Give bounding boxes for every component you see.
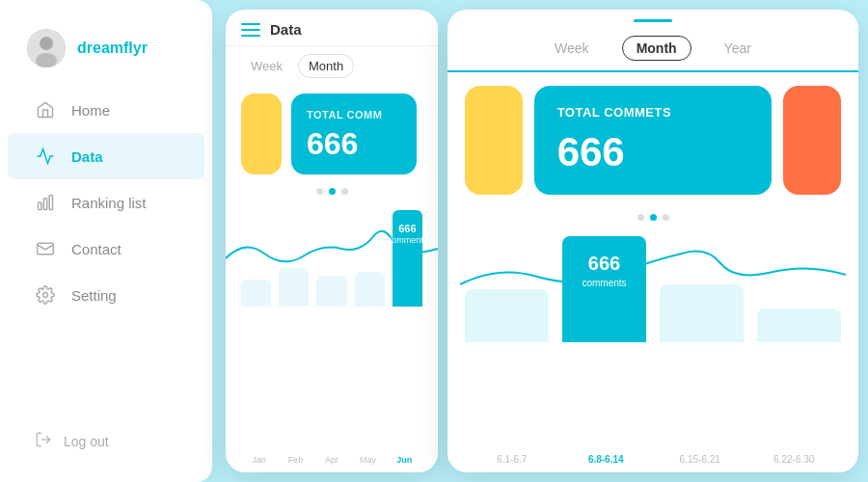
- right-bar-3-bar: [660, 284, 744, 342]
- home-icon: [35, 99, 56, 120]
- sidebar-item-ranking[interactable]: Ranking list: [8, 179, 204, 226]
- right-dot-1: [637, 214, 644, 221]
- card-yellow: [241, 94, 282, 174]
- right-dot-3: [663, 214, 669, 221]
- bar-may-bar: [355, 272, 385, 307]
- sidebar-logout[interactable]: Log out: [0, 419, 212, 463]
- right-cards: TOTAL COMMETS 666: [448, 72, 858, 208]
- logout-icon: [35, 431, 52, 451]
- right-bar-2-bar: 666 comments: [562, 236, 646, 342]
- left-phone-title: Data: [270, 21, 302, 38]
- sidebar-nav: Home Data Ranking list: [0, 87, 212, 419]
- ranking-icon: [35, 192, 56, 213]
- right-bar-tooltip: 666 comments: [566, 250, 641, 290]
- setting-icon: [35, 284, 56, 306]
- left-tabs-row: Week Month: [226, 46, 438, 86]
- svg-rect-4: [43, 199, 46, 210]
- right-chart-area: 666 comments: [448, 227, 858, 448]
- right-bar-3: [660, 284, 744, 342]
- sidebar-item-contact-label: Contact: [71, 241, 122, 257]
- right-x-4: 6.22-6.30: [747, 454, 842, 465]
- bar-feb-bar: [279, 268, 309, 307]
- x-feb: Feb: [278, 455, 314, 465]
- bar-jun: 666 comments: [393, 210, 422, 307]
- sidebar-item-data-label: Data: [71, 148, 103, 165]
- right-bar-4-bar: [757, 308, 841, 342]
- bar-feb: [279, 268, 309, 307]
- right-bar-1: [465, 289, 549, 342]
- bar-may: [355, 272, 385, 307]
- right-bar-1-bar: [465, 289, 549, 342]
- dot-1: [316, 188, 323, 195]
- card-teal: TOTAL COMM 666: [291, 94, 417, 174]
- right-tooltip-sub: comments: [566, 277, 641, 290]
- sidebar: dreamflyr Home Data: [0, 0, 212, 482]
- right-x-3: 6.15-6.21: [653, 454, 747, 465]
- left-cards: TOTAL COMM 666: [226, 86, 438, 182]
- right-card-title: TOTAL COMMETS: [557, 105, 749, 120]
- left-dots: [226, 182, 438, 201]
- sidebar-item-setting[interactable]: Setting: [8, 272, 204, 318]
- right-x-1: 6.1-6.7: [465, 454, 559, 465]
- right-card-coral: [783, 86, 841, 195]
- card-label: TOTAL COMM: [307, 109, 401, 120]
- right-tab-week[interactable]: Week: [541, 37, 603, 60]
- right-phone: Week Month Year TOTAL COMMETS 666: [448, 10, 858, 472]
- chart-bars: 666 comments: [241, 201, 422, 307]
- right-dot-2: [650, 214, 657, 221]
- x-may: May: [350, 455, 387, 465]
- svg-point-7: [43, 293, 48, 298]
- right-chart-bars: 666 comments: [465, 227, 841, 342]
- x-jan: Jan: [241, 455, 278, 465]
- bar-jan-bar: [241, 280, 271, 307]
- right-dots: [448, 208, 858, 227]
- right-card-value: 666: [557, 129, 749, 175]
- sidebar-item-contact[interactable]: Contact: [8, 226, 204, 272]
- left-x-axis: Jan Feb Apr May Jun: [226, 451, 438, 472]
- main-area: Data Week Month TOTAL COMM 666: [212, 0, 868, 482]
- right-x-axis: 6.1-6.7 6.8-6.14 6.15-6.21 6.22-6.30: [448, 448, 858, 472]
- right-tooltip-value: 666: [566, 250, 641, 277]
- x-jun: Jun: [386, 455, 422, 465]
- contact-icon: [35, 238, 56, 259]
- bar-apr-bar: [316, 276, 346, 307]
- sidebar-item-data[interactable]: Data: [8, 133, 204, 179]
- bar-tooltip: 666 comments: [388, 222, 428, 247]
- left-chart-area: 666 comments: [226, 201, 438, 451]
- menu-icon[interactable]: [241, 23, 260, 37]
- sidebar-item-setting-label: Setting: [71, 287, 117, 304]
- sidebar-user: dreamflyr: [0, 19, 212, 87]
- data-icon: [35, 146, 56, 167]
- sidebar-item-home[interactable]: Home: [8, 87, 204, 133]
- right-x-2: 6.8-6.14: [559, 454, 654, 465]
- bar-jun-bar: 666 comments: [393, 210, 422, 307]
- right-tab-month[interactable]: Month: [622, 36, 692, 61]
- svg-rect-5: [49, 196, 52, 210]
- right-bar-2: 666 comments: [562, 236, 646, 342]
- tooltip-sub: comments: [388, 235, 428, 247]
- svg-rect-3: [39, 202, 41, 210]
- dot-2: [329, 188, 336, 195]
- right-header-tabs: Week Month Year: [448, 22, 858, 72]
- left-phone: Data Week Month TOTAL COMM 666: [226, 10, 438, 472]
- tab-month[interactable]: Month: [298, 54, 354, 78]
- bar-apr: [316, 276, 346, 307]
- left-phone-header: Data: [226, 10, 438, 46]
- avatar: [27, 29, 66, 67]
- tooltip-value: 666: [388, 222, 428, 235]
- username: dreamflyr: [77, 40, 148, 57]
- logout-label: Log out: [64, 434, 109, 449]
- right-card-teal: TOTAL COMMETS 666: [534, 86, 773, 195]
- sidebar-item-ranking-label: Ranking list: [71, 195, 147, 211]
- right-card-yellow: [465, 86, 523, 195]
- right-bar-4: [757, 308, 841, 342]
- sidebar-item-home-label: Home: [71, 102, 110, 119]
- x-apr: Apr: [313, 455, 350, 465]
- dot-3: [341, 188, 348, 195]
- svg-point-1: [40, 37, 53, 50]
- card-value: 666: [307, 128, 401, 159]
- right-tab-year[interactable]: Year: [711, 37, 765, 60]
- bar-jan: [241, 280, 271, 307]
- tab-week[interactable]: Week: [241, 55, 292, 77]
